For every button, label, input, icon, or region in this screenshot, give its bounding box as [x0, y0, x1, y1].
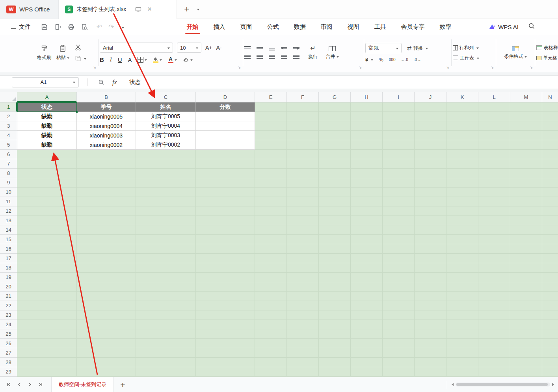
cell-E26[interactable]	[255, 339, 287, 348]
cell-I18[interactable]	[383, 263, 415, 273]
history-dropdown-icon[interactable]	[121, 23, 124, 31]
cell-J7[interactable]	[415, 159, 446, 169]
cell-E9[interactable]	[255, 178, 287, 188]
cell-C15[interactable]	[136, 235, 196, 244]
row-header-22[interactable]: 22	[0, 301, 17, 310]
cell-D29[interactable]	[196, 367, 255, 377]
cell-N7[interactable]	[542, 159, 558, 169]
scrollbar-thumb[interactable]	[456, 383, 548, 386]
cell-B12[interactable]	[77, 206, 136, 216]
cell-G29[interactable]	[319, 367, 351, 377]
cell-L4[interactable]	[478, 131, 510, 140]
cell-E21[interactable]	[255, 292, 287, 301]
cell-J27[interactable]	[415, 348, 446, 358]
cell-G21[interactable]	[319, 292, 351, 301]
cell-G6[interactable]	[319, 150, 351, 159]
column-header-M[interactable]: M	[510, 92, 542, 102]
cell-A29[interactable]	[17, 367, 77, 377]
decrease-indent-button[interactable]	[281, 46, 287, 51]
cell-G13[interactable]	[319, 216, 351, 225]
number-expand-icon[interactable]: ↘	[446, 65, 449, 69]
cell-C25[interactable]	[136, 329, 196, 339]
cell-L26[interactable]	[478, 339, 510, 348]
align-right-button[interactable]	[269, 55, 275, 60]
cell-J8[interactable]	[415, 169, 446, 178]
font-size-select[interactable]: 10	[177, 43, 201, 53]
cell-A28[interactable]	[17, 358, 77, 367]
cell-F10[interactable]	[287, 188, 319, 197]
cell-E3[interactable]	[255, 121, 287, 131]
cell-I8[interactable]	[383, 169, 415, 178]
cell-A7[interactable]	[17, 159, 77, 169]
align-top-button[interactable]	[244, 46, 251, 51]
cell-C12[interactable]	[136, 206, 196, 216]
menu-tab-formulas[interactable]: 公式	[260, 19, 286, 35]
cell-A18[interactable]	[17, 263, 77, 273]
cell-E13[interactable]	[255, 216, 287, 225]
row-header-19[interactable]: 19	[0, 273, 17, 282]
cell-A25[interactable]	[17, 329, 77, 339]
cell-H13[interactable]	[351, 216, 383, 225]
cell-C4[interactable]: 刘宵宁0003	[136, 131, 196, 140]
cell-C1[interactable]: 姓名	[136, 102, 196, 112]
cell-F18[interactable]	[287, 263, 319, 273]
row-header-4[interactable]: 4	[0, 131, 17, 140]
cell-K5[interactable]	[446, 140, 478, 150]
cell-L23[interactable]	[478, 310, 510, 320]
cell-H18[interactable]	[351, 263, 383, 273]
conditional-format-button[interactable]: 条件格式	[497, 46, 534, 60]
cell-F4[interactable]	[287, 131, 319, 140]
cell-H4[interactable]	[351, 131, 383, 140]
cell-A21[interactable]	[17, 292, 77, 301]
cell-K10[interactable]	[446, 188, 478, 197]
underline-button[interactable]: U	[118, 56, 122, 63]
cell-K17[interactable]	[446, 254, 478, 263]
cell-F2[interactable]	[287, 112, 319, 121]
cell-M7[interactable]	[510, 159, 542, 169]
convert-dropdown-icon[interactable]	[426, 48, 428, 50]
previous-sheet-button[interactable]	[14, 382, 24, 387]
cell-J25[interactable]	[415, 329, 446, 339]
row-header-7[interactable]: 7	[0, 159, 17, 169]
cell-G15[interactable]	[319, 235, 351, 244]
zoom-formula-icon[interactable]	[98, 79, 104, 85]
row-header-13[interactable]: 13	[0, 216, 17, 225]
cell-L13[interactable]	[478, 216, 510, 225]
cell-C2[interactable]: 刘宵宁0005	[136, 112, 196, 121]
menu-tab-efficiency[interactable]: 效率	[432, 19, 459, 35]
cell-F29[interactable]	[287, 367, 319, 377]
cell-A1[interactable]: 状态	[17, 102, 77, 112]
thousands-format-button[interactable]: 000	[389, 58, 396, 62]
cell-J12[interactable]	[415, 206, 446, 216]
scroll-right-icon[interactable]	[552, 383, 556, 386]
cell-N15[interactable]	[542, 235, 558, 244]
cell-H12[interactable]	[351, 206, 383, 216]
copy-button[interactable]	[75, 55, 86, 61]
column-header-A[interactable]: A	[17, 92, 77, 102]
cell-F12[interactable]	[287, 206, 319, 216]
rows-sheets-expand-icon[interactable]: ↘	[491, 65, 494, 69]
sheet-tab-active[interactable]: 教师空间-未签到记录	[51, 377, 114, 392]
first-sheet-button[interactable]	[3, 382, 14, 387]
conditional-format-dropdown-icon[interactable]	[525, 56, 527, 59]
cell-H27[interactable]	[351, 348, 383, 358]
cell-A12[interactable]	[17, 206, 77, 216]
cell-F11[interactable]	[287, 197, 319, 206]
cell-N10[interactable]	[542, 188, 558, 197]
cell-G23[interactable]	[319, 310, 351, 320]
cell-C20[interactable]	[136, 282, 196, 292]
cell-K26[interactable]	[446, 339, 478, 348]
cell-D5[interactable]	[196, 140, 255, 150]
cell-E17[interactable]	[255, 254, 287, 263]
cell-K16[interactable]	[446, 244, 478, 254]
cell-G24[interactable]	[319, 320, 351, 329]
row-header-16[interactable]: 16	[0, 244, 17, 254]
cell-B25[interactable]	[77, 329, 136, 339]
cell-I5[interactable]	[383, 140, 415, 150]
cell-N19[interactable]	[542, 273, 558, 282]
cell-H2[interactable]	[351, 112, 383, 121]
cell-A24[interactable]	[17, 320, 77, 329]
cell-K15[interactable]	[446, 235, 478, 244]
cell-C23[interactable]	[136, 310, 196, 320]
cell-B15[interactable]	[77, 235, 136, 244]
